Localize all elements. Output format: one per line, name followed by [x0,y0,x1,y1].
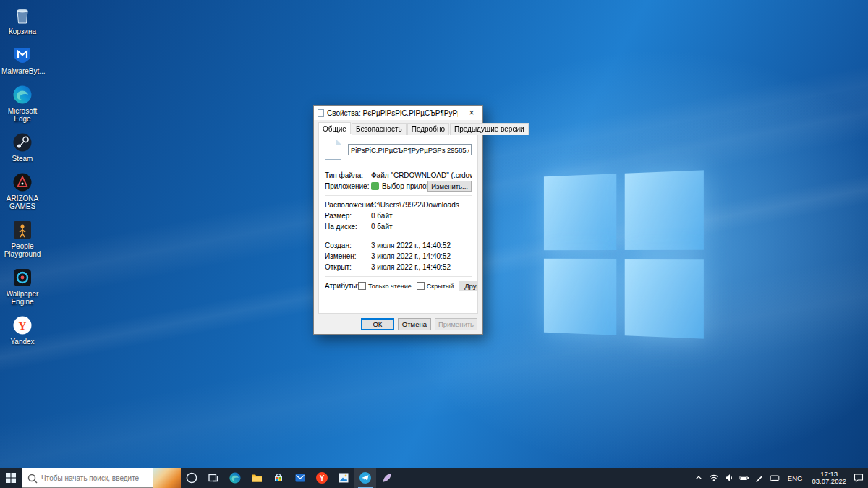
lightshot-button[interactable] [376,468,398,488]
tray-expand-button[interactable] [692,468,707,488]
mail-button[interactable] [289,468,311,488]
store-button[interactable] [268,468,289,488]
divider [325,236,472,236]
desktop-icon-arizona-games[interactable]: ARIZONA GAMES [1,171,43,210]
hidden-checkbox-label[interactable]: Скрытый [417,282,454,290]
desktop-icon-label: Microsoft Edge [1,107,43,123]
tab-general[interactable]: Общие [318,122,351,134]
system-tray: ENG 17:13 03.07.2022 [692,468,868,488]
taskbar: Y [0,468,868,488]
other-attributes-button[interactable]: Другие... [459,281,478,291]
dialog-titlebar[interactable]: Свойства: РєРµРіРѕРіС.РІРµСЪР¶РуРµРЅРѕ 2… [314,106,482,120]
windows-start-icon [5,472,17,484]
task-view-button[interactable] [203,468,224,488]
edge-taskbar-button[interactable] [224,468,246,488]
tab-details[interactable]: Подробно [407,123,449,135]
modified-value: 3 июля 2022 г., 14:40:52 [371,252,472,260]
cortana-icon [185,471,198,484]
windows-logo-pane [625,170,704,250]
modified-row: Изменен: 3 июля 2022 г., 14:40:52 [325,251,472,262]
network-button[interactable] [707,468,722,488]
apply-button: Применить [435,318,477,330]
hidden-checkbox[interactable] [417,282,425,290]
file-icon [325,140,341,160]
size-on-disk-label: На диске: [325,223,371,231]
desktop-icon-label: Steam [12,155,33,163]
desktop-icon-malwarebytes[interactable]: MalwareByt... [1,44,43,75]
windows-desktop: Корзина MalwareByt... Microsoft Edge Ste… [0,0,868,488]
edge-icon [229,471,242,484]
file-type-row: Тип файла: Файл "CRDOWNLOAD" (.crdownloa… [325,170,472,181]
size-on-disk-value: 0 байт [371,223,472,231]
change-app-button[interactable]: Изменить... [427,181,472,192]
battery-button[interactable] [737,468,752,488]
malwarebytes-icon [12,44,33,66]
app-label: Приложение: [325,182,371,190]
desktop-icon-people-playground[interactable]: People Playground [1,219,43,258]
filename-row [325,140,472,160]
tab-previous-versions[interactable]: Предыдущие версии [450,123,529,135]
desktop-icon-edge[interactable]: Microsoft Edge [1,84,43,123]
modified-label: Изменен: [325,252,371,260]
action-center-button[interactable] [851,468,866,488]
divider [325,166,472,166]
search-icon [27,473,38,487]
action-center-icon [853,472,864,484]
start-button[interactable] [0,468,22,488]
hidden-text: Скрытый [427,283,454,290]
desktop-icon-label: Wallpaper Engine [1,290,43,306]
size-row: Размер: 0 байт [325,210,472,221]
filename-input[interactable] [348,144,472,155]
desktop-icon-label: ARIZONA GAMES [1,194,43,210]
readonly-checkbox[interactable] [358,282,366,290]
cancel-button[interactable]: Отмена [398,318,431,330]
tab-security[interactable]: Безопасность [352,123,407,135]
cortana-button[interactable] [181,468,203,488]
location-label: Расположение: [325,201,371,209]
language-indicator[interactable]: ENG [783,474,808,482]
touch-keyboard-button[interactable] [767,468,783,488]
telegram-button[interactable] [354,468,376,488]
keyboard-icon [770,473,780,483]
divider [325,276,472,277]
wallpaper-engine-icon [12,267,33,288]
edge-icon [12,84,33,106]
readonly-checkbox-label[interactable]: Только чтение [358,282,412,290]
yandex-icon: Y [12,314,33,336]
desktop-icon-recycle-bin[interactable]: Корзина [1,4,43,35]
general-tab-page: Тип файла: Файл "CRDOWNLOAD" (.crdownloa… [318,134,478,314]
ok-button[interactable]: ОК [361,318,394,330]
divider [325,195,472,196]
photos-button[interactable] [333,468,354,488]
size-value: 0 байт [371,212,472,220]
close-icon[interactable]: × [461,106,482,120]
created-label: Создан: [325,241,371,249]
wifi-icon [709,473,719,483]
windows-logo-pane [544,174,616,250]
people-playground-icon [12,219,33,241]
file-properties-dialog: Свойства: РєРµРіРѕРіС.РІРµСЪР¶РуРµРЅРѕ 2… [313,105,483,335]
clock-date: 03.07.2022 [812,478,846,486]
weather-widget[interactable] [153,468,181,488]
desktop-icon-wallpaper-engine[interactable]: Wallpaper Engine [1,267,43,306]
desktop-icon-label: Yandex [10,338,34,346]
size-label: Размер: [325,212,371,220]
volume-button[interactable] [722,468,737,488]
file-type-label: Тип файла: [325,171,371,179]
clock[interactable]: 17:13 03.07.2022 [807,471,851,486]
app-row: Приложение: Выбор приложения Изменить... [325,181,472,192]
app-chooser-icon [371,182,379,190]
desktop-icon-yandex[interactable]: Y Yandex [1,314,43,346]
yandex-browser-button[interactable]: Y [311,468,333,488]
lightshot-feather-icon [380,471,393,484]
pen-button[interactable] [752,468,767,488]
desktop-icon-steam[interactable]: Steam [1,132,43,163]
store-icon [272,471,285,484]
telegram-icon [359,471,372,484]
taskbar-search[interactable] [22,468,153,488]
recycle-bin-icon [12,4,33,26]
file-explorer-button[interactable] [246,468,268,488]
search-input[interactable] [22,474,153,483]
size-on-disk-row: На диске: 0 байт [325,221,472,232]
property-tabs: Общие Безопасность Подробно Предыдущие в… [314,120,482,134]
